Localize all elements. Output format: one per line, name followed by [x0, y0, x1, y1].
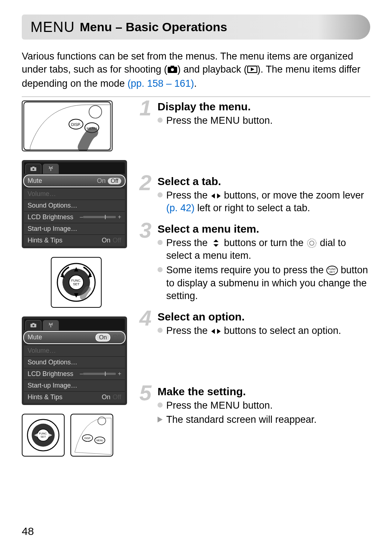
menu-row: Hints & TipsOnOff [24, 391, 125, 403]
svg-marker-48 [217, 329, 221, 334]
section-title: Menu – Basic Operations [80, 20, 227, 34]
left-right-arrows-icon [211, 325, 221, 336]
svg-text:DISP.: DISP. [84, 437, 91, 439]
menu-row: Start-up Image… [24, 223, 125, 234]
menu-row: MuteOnOff [23, 331, 126, 344]
svg-rect-24 [32, 323, 34, 324]
control-dial-illustration: FUNC. SET [51, 257, 102, 308]
playback-icon [247, 64, 257, 77]
menu-item-label: LCD Brightness [28, 370, 73, 378]
menu-item-label: Hints & Tips [28, 393, 62, 401]
step-5: 5Make the setting.Press the MENU button.… [142, 385, 370, 426]
svg-point-43 [310, 241, 314, 245]
step-number: 5 [139, 380, 151, 405]
bullet-icon [158, 118, 163, 123]
step-number: 4 [139, 306, 151, 331]
step-title: Select an option. [158, 311, 370, 323]
tab-shooting [25, 320, 41, 330]
step-title: Display the menu. [158, 101, 370, 113]
menu-row: MuteOnOff [23, 175, 126, 187]
svg-point-13 [33, 168, 34, 170]
result-triangle-icon [158, 417, 163, 422]
menu-button-label: MENU [211, 115, 240, 126]
tab-shooting [25, 164, 41, 174]
step-title: Select a menu item. [158, 223, 370, 235]
menu-row: Volume… [24, 345, 125, 356]
menu-item-label: Mute [28, 177, 42, 185]
bullet-icon [158, 402, 163, 408]
camera-back-illustration-1: DISP. MENU [22, 101, 113, 151]
bullet-icon [158, 192, 163, 197]
section-title-bar: MENU Menu – Basic Operations [22, 15, 370, 40]
menu-item-label: LCD Brightness [28, 213, 73, 221]
step-title: Make the setting. [158, 385, 370, 398]
step-number: 3 [139, 218, 151, 243]
menu-item-label: Start-up Image… [28, 225, 77, 233]
control-dial-icon [306, 237, 317, 248]
menu-item-label: Start-up Image… [28, 382, 77, 389]
tab-tools [43, 164, 59, 174]
svg-point-2 [171, 68, 174, 71]
step-text: Press the buttons, or move the zoom leve… [166, 189, 370, 215]
svg-rect-12 [32, 167, 34, 168]
svg-text:DISP.: DISP. [71, 122, 81, 127]
intro-paragraph: Various functions can be set from the me… [22, 50, 370, 90]
menu-item-label: Sound Options… [28, 359, 77, 366]
step-title: Select a tab. [158, 175, 370, 188]
menu-button-label: MENU [211, 400, 240, 411]
divider [22, 97, 370, 97]
step-number: 1 [139, 95, 151, 120]
svg-point-42 [307, 239, 316, 248]
step-text: Some items require you to press the FUNC… [166, 264, 370, 303]
svg-text:SET: SET [41, 435, 46, 438]
step-1: 1Display the menu.Press the MENU button. [142, 101, 370, 127]
page-reference-link[interactable]: (p. 42) [166, 203, 195, 213]
menu-row: LCD Brightness–+ [24, 368, 125, 380]
menu-item-label: Volume… [28, 347, 56, 355]
svg-marker-4 [251, 68, 254, 71]
svg-text:SET: SET [73, 282, 79, 286]
menu-item-label: Mute [28, 334, 42, 341]
step-text: Press the MENU button. [166, 399, 273, 412]
svg-marker-39 [217, 193, 221, 199]
svg-marker-41 [213, 244, 219, 247]
page-number: 48 [22, 525, 34, 537]
bullet-icon [158, 328, 163, 333]
menu-row: Volume… [24, 188, 125, 200]
menu-word-icon: MENU [30, 19, 75, 35]
bullet-icon [158, 240, 163, 245]
left-right-arrows-icon [211, 190, 221, 201]
menu-row: Sound Options… [24, 200, 125, 211]
page-reference-link[interactable]: (pp. 158 – 161) [127, 78, 194, 89]
step-text: Press the buttons to select an option. [166, 324, 341, 338]
menu-item-label: Volume… [28, 190, 56, 198]
svg-point-33 [98, 417, 106, 425]
step-text: Press the MENU button. [166, 114, 273, 127]
menu-row: Hints & TipsOnOff [24, 234, 125, 246]
step-text: Press the buttons or turn the dial to se… [166, 237, 370, 262]
svg-marker-38 [211, 193, 215, 199]
menu-row: LCD Brightness–+ [24, 211, 125, 223]
menu-row: Sound Options… [24, 356, 125, 368]
menu-row: Start-up Image… [24, 380, 125, 391]
svg-text:FUNC.: FUNC. [71, 279, 81, 282]
func-set-icon: FUNCSET [326, 265, 338, 275]
svg-text:SET: SET [329, 270, 335, 274]
lcd-menu-screenshot-2: MuteOnOffVolume…Sound Options…LCD Bright… [22, 316, 127, 405]
svg-marker-47 [211, 329, 215, 334]
camera-back-illustration-small: DISP. MENU [70, 414, 113, 457]
menu-item-label: Sound Options… [28, 202, 77, 209]
bullet-icon [158, 267, 163, 272]
lcd-menu-screenshot-1: MuteOnOffVolume…Sound Options…LCD Bright… [22, 160, 127, 248]
step-text: The standard screen will reappear. [166, 413, 317, 426]
svg-text:MENU: MENU [97, 439, 103, 442]
step-number: 2 [139, 170, 151, 195]
svg-point-25 [33, 325, 34, 327]
up-down-arrows-icon [211, 237, 221, 248]
step-2: 2Select a tab.Press the buttons, or move… [142, 175, 370, 215]
camera-icon [167, 64, 177, 77]
svg-marker-40 [213, 240, 219, 242]
menu-item-label: Hints & Tips [28, 237, 62, 244]
step-4: 4Select an option.Press the buttons to s… [142, 311, 370, 338]
step-3: 3Select a menu item.Press the buttons or… [142, 223, 370, 303]
